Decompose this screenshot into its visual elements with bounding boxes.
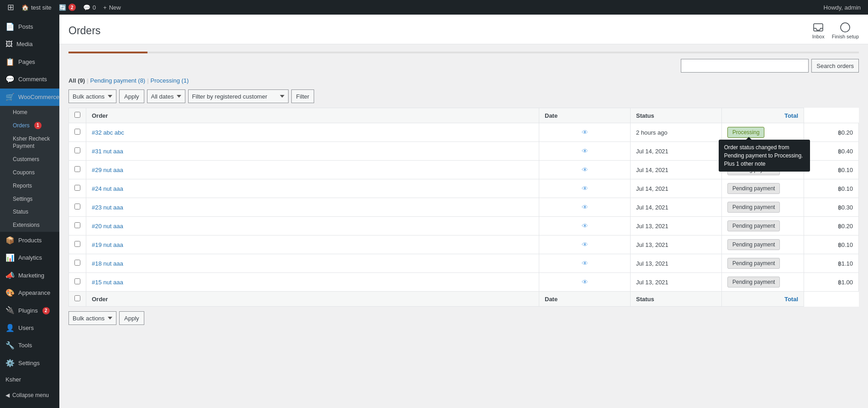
preview-icon-31[interactable]: 👁	[582, 147, 588, 155]
sidebar-item-settings[interactable]: ⚙️ Settings	[0, 355, 59, 372]
col-status-footer: Status	[631, 292, 722, 307]
submenu-customers-label: Customers	[13, 156, 39, 163]
bulk-actions-select-bottom[interactable]: Bulk actions	[68, 311, 116, 325]
sidebar-item-products[interactable]: 📦 Products	[0, 232, 59, 249]
table-row: #32 abc abc👁2 hours ago Processing Order…	[69, 123, 859, 142]
row-checkbox-24[interactable]	[74, 185, 80, 191]
row-checkbox-23[interactable]	[74, 204, 80, 209]
col-order-footer[interactable]: Order	[86, 292, 539, 307]
sidebar-item-tools[interactable]: 🔧 Tools	[0, 337, 59, 354]
preview-icon-29[interactable]: 👁	[582, 166, 588, 173]
tab-all[interactable]: All (9)	[68, 77, 85, 84]
search-input[interactable]	[681, 59, 809, 73]
preview-icon-18[interactable]: 👁	[582, 260, 588, 267]
comments-button[interactable]: 💬 0	[79, 0, 100, 15]
submenu-item-coupons[interactable]: Coupons	[0, 166, 59, 179]
sidebar-item-marketing[interactable]: 📣 Marketing	[0, 267, 59, 284]
apply-button-top[interactable]: Apply	[119, 89, 144, 103]
order-total-31: ฿0.40	[804, 142, 859, 161]
order-link-18[interactable]: #18 nut aaa	[92, 260, 123, 267]
sidebar-item-comments[interactable]: 💬 Comments	[0, 71, 59, 88]
sidebar-item-ksher[interactable]: Ksher	[0, 372, 59, 387]
finish-setup-button[interactable]: Finish setup	[832, 22, 859, 39]
select-all-checkbox-footer[interactable]	[74, 295, 80, 301]
search-orders-button[interactable]: Search orders	[811, 59, 859, 73]
collapse-menu-button[interactable]: ◀ Collapse menu	[0, 387, 59, 403]
order-link-23[interactable]: #23 nut aaa	[92, 204, 123, 211]
row-checkbox-32[interactable]	[74, 129, 80, 135]
sidebar-item-pages[interactable]: 📋 Pages	[0, 53, 59, 71]
submenu-item-orders[interactable]: Orders 1	[0, 119, 59, 132]
wp-logo-button[interactable]: ⊞	[4, 0, 18, 15]
submenu-item-reports[interactable]: Reports	[0, 179, 59, 193]
users-icon: 👤	[5, 323, 15, 333]
progress-bar-container	[68, 52, 859, 53]
sidebar-item-users[interactable]: 👤 Users	[0, 319, 59, 337]
bottom-toolbar: Bulk actions Apply	[68, 311, 859, 325]
preview-icon-20[interactable]: 👁	[582, 222, 588, 230]
filter-button[interactable]: Filter	[291, 89, 315, 103]
submenu-status-label: Status	[13, 208, 28, 216]
preview-icon-24[interactable]: 👁	[582, 185, 588, 192]
sidebar-item-analytics[interactable]: 📊 Analytics	[0, 249, 59, 267]
woocommerce-submenu: Home Orders 1 Ksher Recheck Payment Cust…	[0, 106, 59, 232]
tab-processing[interactable]: Processing (1)	[151, 77, 189, 84]
status-badge-18: Pending payment	[727, 258, 780, 269]
submenu-settings-label: Settings	[13, 195, 32, 203]
preview-icon-32[interactable]: 👁	[582, 129, 588, 136]
inbox-label: Inbox	[812, 34, 825, 39]
order-link-15[interactable]: #15 nut aaa	[92, 279, 123, 286]
page-header: Orders Inbox Finish setup	[59, 15, 868, 44]
ksher-label: Ksher	[5, 376, 21, 384]
submenu-item-ksher-recheck[interactable]: Ksher Recheck Payment	[0, 132, 59, 153]
tab-pending[interactable]: Pending payment (8)	[90, 77, 146, 84]
submenu-item-extensions[interactable]: Extensions	[0, 219, 59, 232]
new-content-button[interactable]: + New	[100, 0, 125, 15]
submenu-item-customers[interactable]: Customers	[0, 153, 59, 166]
row-checkbox-29[interactable]	[74, 166, 80, 172]
row-checkbox-18[interactable]	[74, 260, 80, 266]
updates-button[interactable]: 🔄 2	[55, 0, 79, 15]
sidebar-item-woocommerce[interactable]: 🛒 WooCommerce	[0, 89, 59, 106]
submenu-coupons-label: Coupons	[13, 169, 35, 177]
sidebar-item-plugins[interactable]: 🔌 Plugins 2	[0, 302, 59, 319]
plugins-icon: 🔌	[5, 305, 15, 315]
posts-label: Posts	[18, 23, 33, 31]
row-checkbox-31[interactable]	[74, 147, 80, 153]
col-date-header[interactable]: Date	[539, 108, 631, 123]
order-link-31[interactable]: #31 nut aaa	[92, 148, 123, 155]
comments-icon: 💬	[83, 4, 90, 11]
submenu-item-settings[interactable]: Settings	[0, 193, 59, 206]
inbox-button[interactable]: Inbox	[812, 22, 825, 39]
col-order-header[interactable]: Order	[86, 108, 539, 123]
submenu-item-status[interactable]: Status	[0, 205, 59, 219]
preview-icon-15[interactable]: 👁	[582, 278, 588, 286]
order-link-29[interactable]: #29 nut aaa	[92, 167, 123, 173]
site-name-button[interactable]: 🏠 test site	[18, 0, 55, 15]
order-date-15: Jul 13, 2021	[631, 273, 722, 292]
row-checkbox-15[interactable]	[74, 278, 80, 284]
order-link-24[interactable]: #24 nut aaa	[92, 185, 123, 192]
preview-icon-19[interactable]: 👁	[582, 241, 588, 248]
sidebar-item-media[interactable]: 🖼 Media	[0, 36, 59, 53]
all-dates-select[interactable]: All dates	[147, 89, 185, 103]
sidebar-item-appearance[interactable]: 🎨 Appearance	[0, 284, 59, 302]
preview-icon-23[interactable]: 👁	[582, 204, 588, 211]
row-checkbox-19[interactable]	[74, 241, 80, 247]
order-link-19[interactable]: #19 nut aaa	[92, 241, 123, 248]
select-all-checkbox[interactable]	[74, 112, 80, 118]
col-date-footer[interactable]: Date	[539, 292, 631, 307]
order-link-20[interactable]: #20 nut aaa	[92, 223, 123, 230]
submenu-item-home[interactable]: Home	[0, 106, 59, 119]
site-name-label: test site	[31, 4, 52, 11]
row-checkbox-20[interactable]	[74, 222, 80, 228]
appearance-icon: 🎨	[5, 288, 15, 298]
order-link-32[interactable]: #32 abc abc	[92, 129, 124, 136]
submenu-extensions-label: Extensions	[13, 221, 40, 229]
bulk-actions-select-top[interactable]: Bulk actions	[68, 89, 116, 103]
filter-customer-select[interactable]: Filter by registered customer	[188, 89, 289, 103]
sidebar-item-posts[interactable]: 📄 Posts	[0, 18, 59, 36]
table-header-row: Order Date Status Total	[69, 108, 859, 123]
status-tooltip-container: Processing Order status changed from Pen…	[727, 127, 764, 138]
apply-button-bottom[interactable]: Apply	[119, 311, 144, 325]
